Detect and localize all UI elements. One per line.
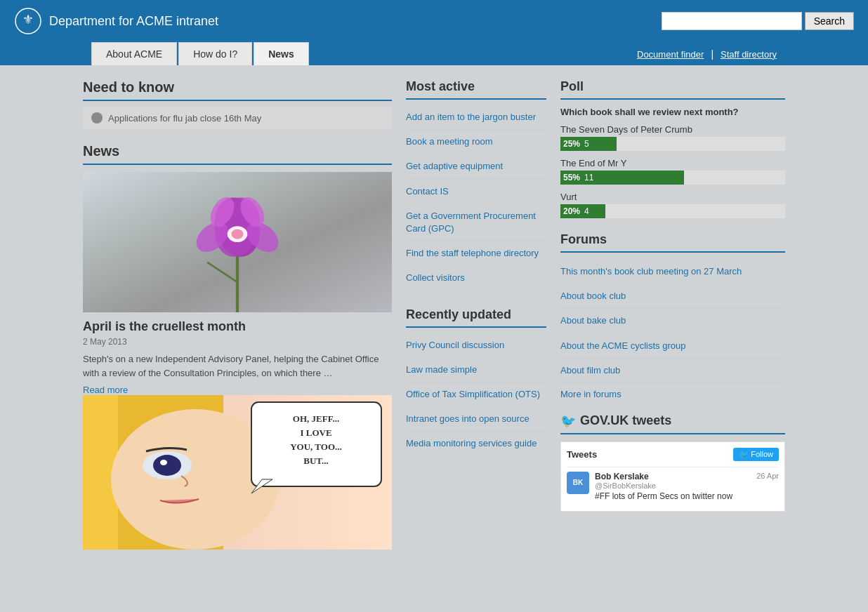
- ntk-text: Applications for flu jab close 16th May: [108, 113, 261, 124]
- right-column: Poll Which book shall we review next mon…: [560, 79, 785, 550]
- need-to-know-section: Need to know Applications for flu jab cl…: [83, 79, 392, 129]
- twitter-section: 🐦 GOV.UK tweets Tweets 🐦 Follow BK: [560, 413, 785, 512]
- poll-bar-0: 25% 5: [560, 137, 785, 151]
- logo-badge: ⚜: [14, 7, 42, 35]
- site-title: Department for ACME intranet: [49, 14, 218, 29]
- most-active-link-1[interactable]: Book a meeting room: [406, 130, 546, 154]
- forum-link-4[interactable]: About film club: [560, 359, 785, 383]
- poll-count-0: 5: [581, 139, 592, 149]
- poll-bar-1: 55% 11: [560, 171, 785, 185]
- article-1-read-more[interactable]: Read more: [83, 385, 128, 395]
- main-wrapper: Need to know Applications for flu jab cl…: [0, 65, 868, 564]
- poll-pct-2: 20%: [563, 206, 580, 216]
- poll-heading: Poll: [560, 79, 785, 100]
- forums-more-link[interactable]: More in forums: [560, 389, 785, 399]
- recently-link-3[interactable]: Intranet goes into open source: [406, 407, 546, 432]
- most-active-link-5[interactable]: Find the staff telephone directory: [406, 241, 546, 266]
- news-heading: News: [83, 143, 392, 165]
- content-area: Need to know Applications for flu jab cl…: [83, 79, 785, 550]
- poll-option-0: The Seven Days of Peter Crumb 25% 5: [560, 124, 785, 151]
- svg-text:⚜: ⚜: [22, 13, 34, 27]
- svg-text:YOU, TOO...: YOU, TOO...: [290, 441, 342, 452]
- tweet-item-0: BK 26 Apr Bob Kerslake @SirBobKerslake #…: [567, 467, 779, 505]
- tweets-widget: Tweets 🐦 Follow BK 26 Apr Bob Kerslake @…: [560, 441, 785, 512]
- tweet-user-0: Bob Kerslake: [595, 472, 779, 481]
- orchid-svg: [174, 172, 301, 312]
- follow-label: Follow: [751, 450, 773, 458]
- article-1-title[interactable]: April is the cruellest month: [83, 319, 392, 334]
- nav-tabs: About ACME How do I? News: [91, 42, 310, 65]
- twitter-icon: 🐦: [560, 413, 576, 429]
- header-search: Search: [662, 12, 854, 30]
- poll-section: Poll Which book shall we review next mon…: [560, 79, 785, 218]
- recently-link-2[interactable]: Office of Tax Simplification (OTS): [406, 382, 546, 407]
- recently-link-4[interactable]: Media monitoring services guide: [406, 432, 546, 455]
- poll-option-2-name: Vurt: [560, 192, 785, 202]
- forum-link-3[interactable]: About the ACME cyclists group: [560, 334, 785, 359]
- svg-point-11: [231, 229, 243, 239]
- poll-question: Which book shall we review next month?: [560, 107, 785, 117]
- nav-tab-howdoi[interactable]: How do I?: [178, 42, 252, 65]
- site-header: ⚜ Department for ACME intranet Search: [0, 0, 868, 42]
- poll-option-1: The End of Mr Y 55% 11: [560, 158, 785, 185]
- most-active-link-4[interactable]: Get a Government Procurement Card (GPC): [406, 204, 546, 241]
- most-active-section: Most active Add an item to the jargon bu…: [406, 79, 546, 291]
- svg-line-3: [207, 262, 237, 283]
- twitter-heading: 🐦 GOV.UK tweets: [560, 413, 785, 434]
- poll-option-0-name: The Seven Days of Peter Crumb: [560, 124, 785, 135]
- forums-heading: Forums: [560, 232, 785, 253]
- most-active-link-6[interactable]: Collect visitors: [406, 266, 546, 290]
- news-article-image-comic: OH, JEFF... I LOVE YOU, TOO... BUT...: [83, 395, 392, 550]
- svg-point-16: [153, 455, 181, 476]
- poll-bar-fill-0: 25% 5: [560, 137, 617, 151]
- forum-link-2[interactable]: About bake club: [560, 309, 785, 333]
- twitter-heading-text: GOV.UK tweets: [580, 413, 671, 428]
- tweets-label: Tweets: [567, 449, 597, 460]
- search-button[interactable]: Search: [805, 12, 854, 30]
- forum-link-1[interactable]: About book club: [560, 284, 785, 309]
- news-article-1: April is the cruellest month 2 May 2013 …: [83, 319, 392, 395]
- header-left: ⚜ Department for ACME intranet: [14, 7, 218, 35]
- tweet-text-0: #FF lots of Perm Secs on twitter now: [595, 491, 779, 501]
- poll-option-1-name: The End of Mr Y: [560, 158, 785, 168]
- svg-point-17: [160, 460, 167, 465]
- svg-text:OH, JEFF...: OH, JEFF...: [293, 413, 339, 424]
- poll-bar-fill-1: 55% 11: [560, 171, 684, 185]
- need-to-know-heading: Need to know: [83, 79, 392, 101]
- poll-count-1: 11: [581, 173, 596, 182]
- forum-link-0[interactable]: This month's book club meeting on 27 Mar…: [560, 260, 785, 284]
- poll-bar-2: 20% 4: [560, 204, 785, 218]
- nav-links: Document finder | Staff directory: [637, 48, 777, 65]
- ntk-icon: [91, 112, 103, 124]
- comic-svg: OH, JEFF... I LOVE YOU, TOO... BUT...: [83, 395, 392, 550]
- most-active-heading: Most active: [406, 79, 546, 100]
- tweet-avatar-0: BK: [567, 472, 589, 494]
- ntk-item: Applications for flu jab close 16th May: [83, 107, 392, 129]
- nav-tab-about[interactable]: About ACME: [91, 42, 177, 65]
- poll-pct-0: 25%: [563, 139, 580, 149]
- main-nav: About ACME How do I? News Document finde…: [0, 42, 868, 65]
- document-finder-link[interactable]: Document finder: [637, 49, 704, 60]
- poll-bar-fill-2: 20% 4: [560, 204, 605, 218]
- tweet-date-0: 26 Apr: [756, 472, 779, 480]
- search-input[interactable]: [662, 12, 802, 30]
- nav-divider: |: [711, 48, 714, 60]
- svg-text:BUT...: BUT...: [303, 455, 329, 466]
- recently-link-0[interactable]: Privy Council discussion: [406, 333, 546, 358]
- poll-pct-1: 55%: [563, 173, 580, 182]
- most-active-link-3[interactable]: Contact IS: [406, 180, 546, 204]
- follow-button[interactable]: 🐦 Follow: [733, 448, 779, 461]
- most-active-link-0[interactable]: Add an item to the jargon buster: [406, 105, 546, 130]
- twitter-follow-icon: 🐦: [739, 450, 749, 459]
- recently-link-1[interactable]: Law made simple: [406, 358, 546, 382]
- svg-text:I LOVE: I LOVE: [300, 427, 331, 438]
- staff-directory-link[interactable]: Staff directory: [721, 49, 777, 60]
- most-active-link-2[interactable]: Get adaptive equipment: [406, 154, 546, 179]
- forums-section: Forums This month's book club meeting on…: [560, 232, 785, 399]
- news-article-image-orchid: [83, 172, 392, 312]
- left-column: Need to know Applications for flu jab cl…: [83, 79, 392, 550]
- poll-option-2: Vurt 20% 4: [560, 192, 785, 218]
- recently-updated-section: Recently updated Privy Council discussio…: [406, 307, 546, 456]
- article-1-date: 2 May 2013: [83, 337, 392, 347]
- nav-tab-news[interactable]: News: [254, 42, 309, 65]
